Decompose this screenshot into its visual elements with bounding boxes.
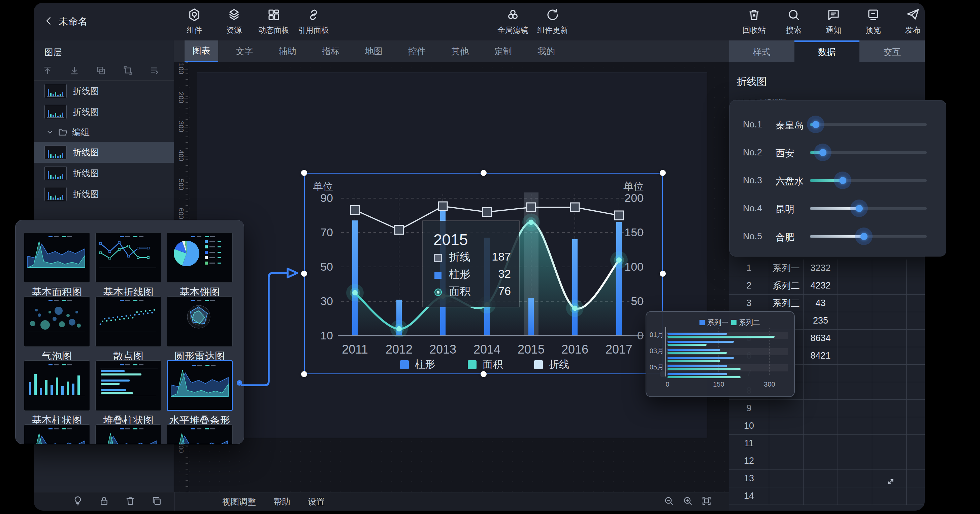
empty-cell[interactable] (907, 400, 925, 417)
empty-cell[interactable] (872, 277, 907, 294)
topbar-notification-button[interactable]: 通知 (814, 8, 853, 35)
slider-track[interactable] (810, 179, 927, 182)
inspector-tab-0[interactable]: 样式 (729, 40, 794, 62)
empty-cell[interactable] (838, 400, 872, 417)
picker-tile-partial[interactable] (95, 425, 161, 444)
table-row[interactable]: 11 (729, 435, 925, 452)
table-row[interactable]: 2 系列二 4232 (729, 277, 925, 295)
empty-cell[interactable] (838, 365, 872, 382)
table-resize-handle[interactable] (886, 477, 896, 488)
series-name-cell[interactable] (769, 417, 803, 434)
layer-item[interactable]: 折线图 (34, 81, 174, 101)
resize-diag-icon[interactable] (886, 477, 896, 487)
topbar-search-button[interactable]: 搜索 (774, 8, 814, 35)
component-tab-6[interactable]: 其他 (443, 40, 477, 62)
empty-cell[interactable] (907, 470, 925, 487)
empty-cell[interactable] (907, 277, 925, 294)
value-cell[interactable] (803, 452, 838, 469)
component-tab-4[interactable]: 地图 (357, 40, 391, 62)
inspector-tab-1[interactable]: 数据 (794, 40, 860, 62)
value-cell[interactable]: 8634 (803, 330, 838, 347)
empty-cell[interactable] (872, 347, 907, 364)
bottombar-duplicate-button[interactable] (151, 495, 162, 508)
empty-cell[interactable] (872, 295, 907, 312)
empty-cell[interactable] (907, 382, 925, 399)
value-cell[interactable]: 8421 (803, 347, 838, 364)
empty-cell[interactable] (907, 330, 925, 347)
empty-cell[interactable] (907, 260, 925, 277)
selection-handle[interactable] (301, 271, 307, 277)
bottombar-idea-button[interactable] (72, 495, 83, 508)
layers-send-to-back-button[interactable] (69, 65, 80, 77)
empty-cell[interactable] (907, 435, 925, 452)
table-row[interactable]: 9 (729, 400, 925, 417)
empty-cell[interactable] (872, 365, 907, 382)
value-cell[interactable] (803, 400, 838, 417)
slider-track[interactable] (810, 123, 927, 126)
zoom-out-button[interactable] (663, 495, 674, 508)
series-name-cell[interactable]: 系列二 (769, 277, 803, 294)
table-row[interactable]: 14 (729, 487, 925, 505)
empty-cell[interactable] (838, 295, 872, 312)
picker-tile-bubble[interactable] (24, 296, 90, 347)
series-name-cell[interactable]: 系列三 (769, 295, 803, 312)
picker-tile-partial[interactable] (167, 425, 233, 444)
slider-handle[interactable] (819, 149, 826, 156)
selection-handle[interactable] (301, 371, 307, 377)
component-tab-3[interactable]: 指标 (314, 40, 348, 62)
topbar-component-update-button[interactable]: 组件更新 (533, 8, 573, 35)
value-cell[interactable] (803, 487, 838, 504)
empty-cell[interactable] (838, 417, 872, 434)
picker-tile-bar[interactable] (24, 360, 90, 411)
series-name-cell[interactable] (769, 487, 803, 504)
bottombar-menu-item-2[interactable]: 设置 (308, 496, 325, 507)
layers-group-button[interactable] (96, 65, 106, 77)
empty-cell[interactable] (872, 330, 907, 347)
picker-tile-pie[interactable] (167, 232, 233, 283)
picker-tile-partial[interactable] (24, 425, 90, 444)
topbar-global-filter-button[interactable]: 全局滤镜 (493, 8, 533, 35)
empty-cell[interactable] (907, 487, 925, 504)
empty-cell[interactable] (872, 382, 907, 399)
empty-cell[interactable] (907, 347, 925, 364)
value-cell[interactable] (803, 382, 838, 399)
slider-handle[interactable] (812, 121, 819, 128)
empty-cell[interactable] (838, 487, 872, 504)
component-tab-8[interactable]: 我的 (530, 40, 563, 62)
empty-cell[interactable] (838, 347, 872, 364)
bottombar-menu-item-1[interactable]: 帮助 (274, 496, 290, 507)
selection-handle[interactable] (480, 170, 487, 176)
empty-cell[interactable] (907, 295, 925, 312)
empty-cell[interactable] (838, 382, 872, 399)
series-name-cell[interactable] (769, 400, 803, 417)
value-cell[interactable] (803, 470, 838, 487)
empty-cell[interactable] (838, 470, 872, 487)
layers-layer-list-button[interactable] (150, 65, 160, 77)
layers-bring-to-front-button[interactable] (43, 65, 52, 77)
bottombar-menu-item-0[interactable]: 视图调整 (222, 496, 256, 507)
empty-cell[interactable] (907, 452, 925, 469)
component-tab-0[interactable]: 图表 (185, 40, 218, 62)
value-cell[interactable] (803, 417, 838, 434)
component-tab-1[interactable]: 文字 (228, 40, 261, 62)
value-cell[interactable]: 4232 (803, 277, 838, 294)
topbar-publish-button[interactable]: 发布 (893, 8, 925, 35)
slider-track[interactable] (810, 207, 927, 210)
layer-item[interactable]: 折线图 (34, 163, 174, 184)
table-row[interactable]: 1 系列一 3232 (729, 260, 925, 277)
empty-cell[interactable] (872, 435, 907, 452)
picker-tile-radar[interactable] (167, 296, 233, 347)
selection-handle[interactable] (480, 371, 487, 377)
empty-cell[interactable] (838, 277, 872, 294)
table-row[interactable]: 3 系列三 43 (729, 295, 925, 312)
empty-cell[interactable] (872, 452, 907, 469)
bottombar-lock-button[interactable] (99, 495, 110, 508)
empty-cell[interactable] (907, 312, 925, 329)
value-cell[interactable] (803, 435, 838, 452)
empty-cell[interactable] (907, 365, 925, 382)
topbar-component-button[interactable]: 组件 (175, 8, 214, 35)
layer-group-row[interactable]: 编组 (34, 122, 174, 142)
value-cell[interactable] (803, 365, 838, 382)
empty-cell[interactable] (872, 260, 907, 277)
series-name-cell[interactable]: 系列一 (769, 260, 803, 277)
